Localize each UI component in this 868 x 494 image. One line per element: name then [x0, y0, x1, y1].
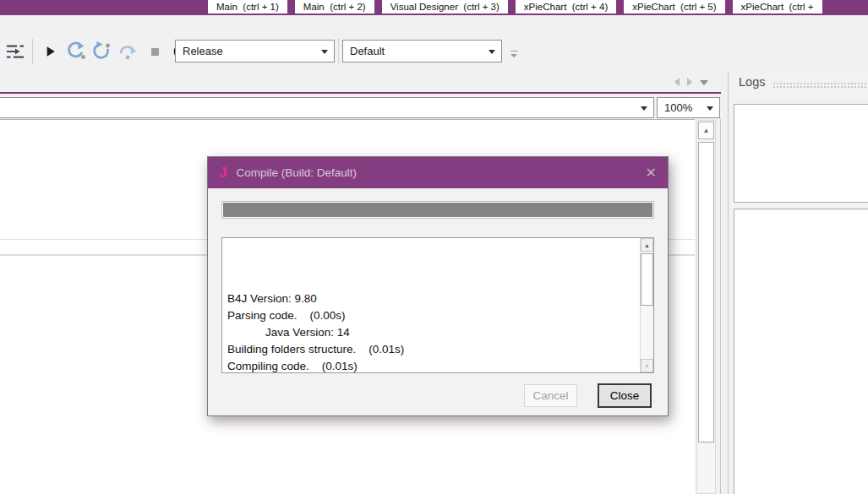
editor-vertical-scrollbar[interactable]: ▲	[696, 120, 716, 494]
chevron-down-icon	[489, 50, 495, 54]
cancel-button[interactable]: Cancel	[524, 384, 577, 407]
zoom-dropdown[interactable]: 100%	[657, 97, 720, 118]
chevron-down-icon	[707, 106, 713, 111]
b4j-logo: J	[219, 165, 227, 182]
compile-log-box: B4J Version: 9.80Parsing code. (0.00s) J…	[221, 237, 654, 373]
scrollbar-thumb[interactable]	[641, 253, 653, 306]
dialog-title: Compile (Build: Default)	[236, 166, 357, 179]
layout-dropdown[interactable]	[0, 97, 654, 118]
compile-log-line: Building folders structure. (0.01s)	[227, 341, 635, 358]
module-tab-label: Main (ctrl + 1)	[216, 2, 279, 12]
logs-output-box	[734, 209, 868, 494]
designer-nav-controls	[674, 78, 708, 86]
panel-drag-handle[interactable]	[772, 82, 866, 89]
toolbar-overflow-icon[interactable]	[509, 51, 519, 61]
compile-progress-bar	[221, 201, 654, 219]
toolbar-separator	[32, 39, 33, 64]
module-tab[interactable]: Visual Designer (ctrl + 3)	[382, 0, 508, 14]
compile-log-line: Compiling code. (0.01s)	[227, 358, 635, 372]
zoom-dropdown-value: 100%	[664, 101, 692, 114]
nav-forward-icon[interactable]	[687, 78, 692, 86]
comment-code-icon[interactable]	[3, 40, 27, 63]
compile-log-text: B4J Version: 9.80Parsing code. (0.00s) J…	[222, 238, 640, 372]
compile-dialog: J Compile (Build: Default) ✕ B4J Version…	[207, 156, 669, 416]
toolbar-separator	[338, 38, 339, 64]
scrollbar-thumb[interactable]	[698, 142, 714, 442]
log-vertical-scrollbar[interactable]: ▲ ▼	[640, 238, 653, 372]
module-tab[interactable]: xPieChart (ctrl + 4)	[516, 0, 616, 14]
module-tab-label: Main (ctrl + 2)	[303, 2, 366, 12]
compile-log-line: Parsing code. (0.00s)	[227, 307, 635, 324]
compile-log-line: B4J Version: 9.80	[227, 290, 635, 307]
module-tab[interactable]: Main (ctrl + 1)	[208, 0, 287, 14]
dialog-title-bar[interactable]: J Compile (Build: Default) ✕	[208, 157, 668, 188]
module-tab-bar: Main (ctrl + 1) Main (ctrl + 2) Visual D…	[0, 0, 868, 15]
logs-output-box	[734, 104, 868, 203]
chevron-down-icon	[321, 50, 328, 54]
scroll-up-icon[interactable]: ▲	[698, 122, 714, 139]
tab-strip: Main (ctrl + 1) Main (ctrl + 2) Visual D…	[208, 0, 868, 14]
logs-panel-title: Logs	[739, 75, 765, 89]
close-icon[interactable]: ✕	[646, 165, 657, 181]
build-profile-value: Default	[350, 45, 385, 57]
step-into-icon[interactable]	[90, 40, 114, 63]
build-profile-dropdown[interactable]: Default	[342, 40, 502, 62]
run-icon[interactable]	[38, 40, 62, 63]
build-configuration-dropdown[interactable]: Release	[175, 40, 335, 62]
compile-log-line: Java Version: 14	[227, 324, 635, 341]
module-tab[interactable]: Main (ctrl + 2)	[295, 0, 374, 14]
module-tab-label: xPieChart (ctrl + 4)	[524, 2, 608, 12]
chevron-down-icon	[641, 106, 647, 111]
logs-panel: Logs	[728, 72, 868, 494]
panel-splitter[interactable]	[720, 119, 721, 494]
module-tab-label: Visual Designer (ctrl + 3)	[390, 2, 500, 12]
scroll-down-icon[interactable]: ▼	[641, 359, 653, 372]
nav-menu-icon[interactable]	[700, 80, 708, 85]
close-button[interactable]: Close	[598, 383, 652, 408]
module-tab[interactable]: xPieChart (ctrl + 5)	[624, 0, 724, 14]
stop-icon[interactable]	[143, 40, 167, 63]
module-tab-label: xPieChart (ctrl +	[741, 2, 814, 12]
scroll-up-icon[interactable]: ▲	[641, 238, 653, 252]
nav-back-icon[interactable]	[674, 78, 680, 86]
step-over-icon[interactable]	[116, 40, 139, 63]
module-tab-label: xPieChart (ctrl + 5)	[632, 2, 716, 12]
accent-divider	[0, 92, 721, 94]
resume-icon[interactable]	[65, 40, 89, 63]
build-configuration-value: Release	[183, 45, 223, 57]
main-toolbar	[3, 39, 194, 64]
compile-progress-fill	[223, 203, 652, 217]
module-tab[interactable]: xPieChart (ctrl +	[733, 0, 822, 14]
